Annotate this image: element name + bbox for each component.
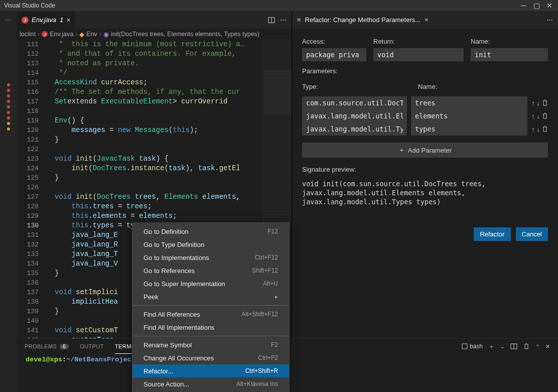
breakpoint-dot[interactable] [7, 83, 10, 86]
cancel-button[interactable]: Cancel [516, 227, 548, 241]
breakpoint-dot[interactable] [7, 94, 10, 97]
param-type-input[interactable] [302, 109, 407, 122]
tab-problems[interactable]: PROBLEMS6 [25, 343, 69, 349]
window-controls: ─ ▢ ✕ [519, 2, 554, 10]
breadcrumb-pkg: loclint [20, 31, 36, 38]
close-icon[interactable]: × [425, 16, 429, 24]
activity-strip: ⋯ [0, 11, 17, 392]
param-name-input[interactable] [411, 96, 527, 109]
pname-header: Name: [418, 83, 548, 90]
move-down-icon[interactable]: ↓ [537, 125, 540, 133]
param-row: ↑↓ [302, 96, 548, 109]
close-icon[interactable]: ✕ [545, 2, 554, 10]
breadcrumb-method: ◉init(DocTrees trees, Elements elements,… [103, 31, 259, 38]
minimize-icon[interactable]: ─ [519, 2, 528, 10]
more-icon[interactable]: ⋯ [5, 16, 12, 24]
more-actions-icon[interactable]: ⋯ [280, 16, 287, 24]
ctx-go-to-super-implementation[interactable]: Go to Super ImplementationAlt+U [132, 277, 289, 290]
more-actions-icon[interactable]: ⋯ [546, 16, 553, 24]
shell-indicator[interactable]: bash [462, 343, 483, 350]
context-menu: Go to DefinitionF12Go to Type Definition… [132, 222, 290, 392]
ctx-rename-symbol[interactable]: Rename SymbolF2 [132, 338, 289, 351]
split-editor-icon[interactable] [268, 17, 275, 24]
move-up-icon[interactable]: ↑ [531, 112, 535, 120]
ctx-go-to-type-definition[interactable]: Go to Type Definition [132, 238, 289, 251]
breakpoint-dot[interactable] [7, 127, 10, 130]
editor-tabs: J Env.java 1 × ⋯ [17, 11, 292, 29]
new-terminal-icon[interactable]: ＋ [489, 343, 494, 350]
breakpoint-dot[interactable] [7, 111, 10, 114]
ctx-find-all-implementations[interactable]: Find All Implementations [132, 321, 289, 334]
move-up-icon[interactable]: ↑ [531, 125, 535, 133]
breakpoint-dot[interactable] [7, 100, 10, 103]
access-label: Access: [302, 38, 366, 45]
param-row: ↑↓ [302, 122, 548, 136]
param-name-input[interactable] [411, 109, 527, 122]
java-file-icon: J [42, 31, 48, 37]
svg-rect-2 [462, 344, 467, 349]
return-input[interactable] [373, 48, 464, 61]
ctx-peek[interactable]: Peek▸ [132, 290, 289, 303]
ctx-source-action-[interactable]: Source Action...Alt+Klávesa Ins [132, 377, 289, 390]
type-header: Type: [302, 83, 411, 90]
ctx-change-all-occurrences[interactable]: Change All OccurrencesCtrl+F2 [132, 351, 289, 364]
move-up-icon[interactable]: ↑ [531, 99, 535, 107]
refactor-panel-icon: ≡ [297, 16, 301, 24]
parameters-label: Parameters: [302, 67, 548, 75]
tab-filename: Env.java [32, 16, 56, 24]
param-name-input[interactable] [411, 122, 527, 136]
ctx-go-to-definition[interactable]: Go to DefinitionF12 [132, 225, 289, 238]
breakpoint-dot[interactable] [7, 122, 10, 125]
tab-close-icon[interactable]: × [66, 16, 70, 24]
tab-mod-indicator: 1 [60, 16, 63, 24]
close-panel-icon[interactable]: ✕ [545, 343, 550, 350]
param-type-input[interactable] [302, 96, 407, 109]
trash-icon[interactable] [542, 112, 548, 120]
breadcrumb-class: ◆Env [79, 31, 97, 38]
breadcrumbs[interactable]: loclint › JEnv.java › ◆Env › ◉init(DocTr… [17, 29, 292, 40]
ctx-refactor-[interactable]: Refactor...Ctrl+Shift+R [132, 364, 289, 377]
minimap-viewport[interactable] [264, 70, 292, 115]
tab-output[interactable]: OUTPUT [80, 343, 104, 349]
breadcrumb-file: JEnv.java [42, 31, 73, 38]
param-row: ↑↓ [302, 109, 548, 122]
param-type-input[interactable] [302, 122, 407, 136]
trash-icon[interactable] [542, 125, 548, 133]
move-down-icon[interactable]: ↓ [537, 112, 540, 120]
split-terminal-icon[interactable] [510, 343, 517, 349]
ctx-find-all-references[interactable]: Find All ReferencesAlt+Shift+F12 [132, 308, 289, 321]
move-down-icon[interactable]: ↓ [537, 99, 540, 107]
tab-env-java[interactable]: J Env.java 1 × [17, 11, 76, 29]
trash-icon[interactable] [523, 343, 529, 350]
tab-terminal[interactable]: TERMI [115, 339, 133, 354]
name-label: Name: [471, 38, 548, 45]
titlebar: Visual Studio Code ─ ▢ ✕ [0, 0, 558, 11]
class-icon: ◆ [79, 31, 84, 38]
ctx-go-to-references[interactable]: Go to ReferencesShift+F12 [132, 264, 289, 277]
chevron-down-icon[interactable]: ⌄ [500, 344, 504, 349]
refactor-pane: ≡ Refactor: Change Method Parameters... … [292, 11, 558, 338]
ctx-go-to-implementations[interactable]: Go to ImplementationsCtrl+F12 [132, 251, 289, 264]
trash-icon[interactable] [542, 99, 548, 107]
breakpoint-gutter [7, 83, 10, 130]
add-parameter-button[interactable]: ＋ Add Parameter [302, 143, 548, 158]
signature-preview-label: Signature preview: [302, 166, 548, 173]
breakpoint-dot[interactable] [7, 116, 10, 119]
app-title: Visual Studio Code [4, 2, 55, 9]
refactor-button[interactable]: Refactor [474, 227, 510, 241]
chevron-up-icon[interactable]: ⌃ [535, 344, 539, 349]
method-icon: ◉ [103, 31, 109, 38]
terminal-icon [462, 343, 468, 349]
java-file-icon: J [22, 17, 29, 24]
signature-preview: void init(com.sun.source.util.DocTrees t… [302, 179, 548, 206]
breakpoint-dot[interactable] [7, 105, 10, 108]
access-select[interactable]: package priva [302, 48, 366, 61]
refactor-title: Refactor: Change Method Parameters... [305, 16, 421, 24]
plus-icon: ＋ [398, 146, 405, 155]
maximize-icon[interactable]: ▢ [532, 2, 541, 10]
breakpoint-dot[interactable] [7, 89, 10, 92]
name-input[interactable] [471, 48, 548, 61]
return-label: Return: [373, 38, 464, 45]
